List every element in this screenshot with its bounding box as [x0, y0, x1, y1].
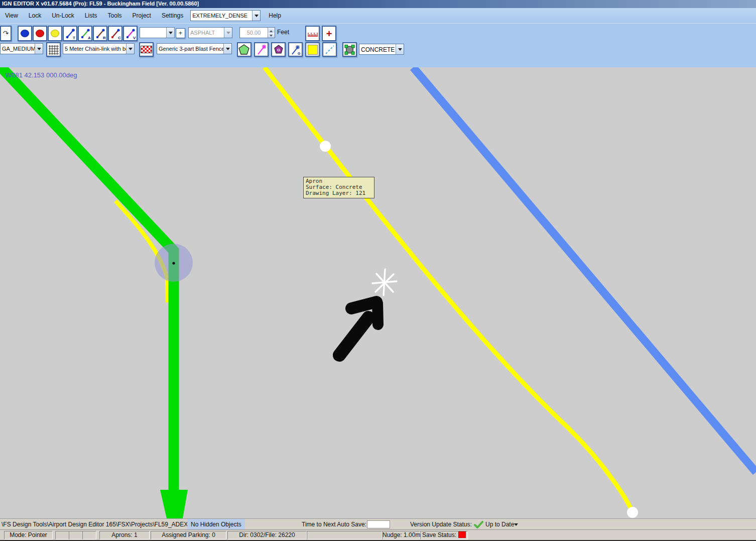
caret-down-icon[interactable] — [514, 523, 518, 528]
yellow-fill-button[interactable] — [305, 42, 320, 57]
window-title: IGN EDITOR X v01.67.5684 (Pro): FL59 - B… — [2, 1, 199, 7]
add-measure-button[interactable]: + — [322, 26, 336, 41]
runway-line-icon: R — [94, 28, 106, 40]
apron-tooltip: Apron Surface: Concrete Drawing Layer: 1… — [303, 177, 374, 198]
step-down-icon — [268, 33, 275, 38]
hidden-objects-toggle[interactable]: No Hidden Objects — [187, 519, 245, 530]
window-titlebar[interactable]: IGN EDITOR X v01.67.5684 (Pro): FL59 - B… — [0, 0, 756, 8]
magenta-vector-icon — [256, 44, 268, 56]
apron-line-button[interactable]: A — [78, 26, 92, 41]
chevron-down-icon[interactable] — [252, 11, 260, 21]
parking-type-value: GA_MEDIUM — [1, 44, 35, 54]
taxiway-line-icon: T — [64, 28, 76, 40]
checkerboard-icon — [141, 46, 152, 53]
menu-help[interactable]: Help — [269, 10, 281, 21]
redo-curve-button[interactable]: ↷ — [0, 26, 12, 41]
empty-cell-1 — [55, 531, 69, 539]
menu-settings[interactable]: Settings — [162, 10, 183, 21]
yellow-point-button[interactable] — [48, 26, 62, 41]
magenta-vector-button[interactable] — [254, 42, 269, 57]
select-handles-button[interactable] — [342, 42, 357, 57]
ruler-button[interactable] — [305, 26, 320, 41]
chevron-down-icon[interactable] — [396, 44, 404, 54]
surface-select[interactable]: ASPHALT — [188, 27, 232, 38]
purple-polygon-button[interactable]: G — [271, 42, 286, 57]
assigned-parking-cell: Assigned Parking: 0 — [151, 531, 226, 539]
project-file-path: \FS Design Tools\Airport Design Editor 1… — [2, 521, 210, 528]
grid-button[interactable] — [46, 42, 61, 57]
red-circle-icon — [36, 30, 44, 37]
svg-text:C: C — [118, 36, 121, 40]
empty-cell-2 — [69, 531, 83, 539]
yellow-apron-edge-line[interactable] — [265, 67, 633, 512]
curve-icon: ↷ — [3, 29, 9, 37]
save-status-cell: Save Status: — [420, 531, 468, 539]
polygon-button[interactable] — [237, 42, 251, 57]
cyan-dashed-line-icon — [324, 44, 336, 56]
save-status-red-indicator — [458, 531, 466, 538]
chevron-down-icon[interactable] — [224, 28, 232, 38]
chevron-down-icon[interactable] — [223, 44, 231, 54]
purple-pentagon-g-icon: G — [273, 44, 285, 56]
chevron-down-icon[interactable] — [35, 44, 43, 54]
closed-line-button[interactable]: C — [108, 26, 122, 41]
bottom-status-bar: Mode: Pointer Aprons: 1 Assigned Parking… — [0, 529, 756, 541]
annotation-arrow-icon — [339, 302, 378, 355]
svg-text:V: V — [133, 36, 136, 40]
width-value: 50.00 — [240, 28, 268, 38]
vertex-dot-bottom[interactable] — [627, 507, 638, 518]
svg-text:A: A — [88, 36, 91, 40]
blue-link-line[interactable] — [413, 67, 756, 472]
blast-fence-value: Generic 3-part Blast Fence — [157, 44, 223, 54]
version-status[interactable]: Up to Date — [485, 521, 514, 528]
menu-tools[interactable]: Tools — [108, 10, 122, 21]
map-canvas[interactable]: W081 42.153 000.00deg Apron Surface: Con… — [0, 67, 756, 518]
fence-type-select[interactable]: 5 Meter Chain-link with ber — [63, 43, 135, 54]
runway-line-button[interactable]: R — [93, 26, 107, 41]
status-bar: \FS Design Tools\Airport Design Editor 1… — [0, 518, 756, 529]
width-stepper[interactable]: 50.00 — [239, 27, 275, 38]
line-type-select[interactable] — [140, 27, 175, 38]
version-label: Version Update Status: — [410, 521, 472, 528]
blue-vector-button[interactable]: G — [288, 42, 303, 57]
vertex-dot-top[interactable] — [320, 141, 331, 152]
nudge-cell: Nudge: 1.00m — [382, 531, 420, 539]
selected-vertex-dot[interactable] — [172, 262, 175, 264]
menu-lists[interactable]: Lists — [85, 10, 97, 21]
chevron-down-icon[interactable] — [166, 28, 174, 38]
apron-surface-select[interactable]: CONCRETE — [359, 44, 404, 55]
chevron-down-icon[interactable] — [126, 44, 134, 54]
green-arrowhead[interactable] — [160, 490, 188, 518]
dir-file-cell: Dir: 0302/File: 26220 — [227, 531, 307, 539]
menu-view[interactable]: View — [5, 10, 18, 21]
empty-cell-4 — [307, 531, 382, 539]
density-select[interactable]: EXTREMELY_DENSE — [190, 10, 261, 21]
menu-project[interactable]: Project — [133, 10, 151, 21]
red-point-button[interactable] — [33, 26, 47, 41]
tooltip-layer: Drawing Layer: 121 — [306, 190, 372, 196]
taxiway-line-button[interactable]: T — [63, 26, 77, 41]
autosave-progress-bar — [367, 520, 390, 528]
checker-button[interactable] — [139, 42, 154, 57]
green-taxiway-line[interactable] — [0, 67, 174, 491]
menu-unlock[interactable]: Un-Lock — [52, 10, 74, 21]
vehicle-line-button[interactable]: V — [123, 26, 138, 41]
grid-icon — [48, 44, 59, 55]
svg-text:G: G — [277, 48, 280, 52]
save-status-label: Save Status: — [422, 531, 456, 538]
svg-text:G: G — [298, 52, 301, 55]
ruler-icon — [307, 29, 319, 39]
stepper-arrows[interactable] — [268, 28, 275, 38]
closed-line-icon: C — [109, 28, 121, 40]
svg-text:R: R — [103, 36, 106, 40]
red-plus-icon: + — [326, 30, 332, 37]
blast-fence-select[interactable]: Generic 3-part Blast Fence — [157, 43, 232, 54]
menu-lock[interactable]: Lock — [29, 10, 41, 21]
add-line-type-button[interactable]: + — [176, 28, 185, 38]
blue-point-button[interactable] — [18, 26, 32, 41]
density-value: EXTREMELY_DENSE — [191, 11, 252, 21]
dashed-line-button[interactable] — [322, 42, 337, 57]
parking-type-select[interactable]: GA_MEDIUM — [0, 43, 43, 54]
apron-line-icon: A — [79, 28, 91, 40]
apron-surface-value: CONCRETE — [359, 44, 396, 54]
